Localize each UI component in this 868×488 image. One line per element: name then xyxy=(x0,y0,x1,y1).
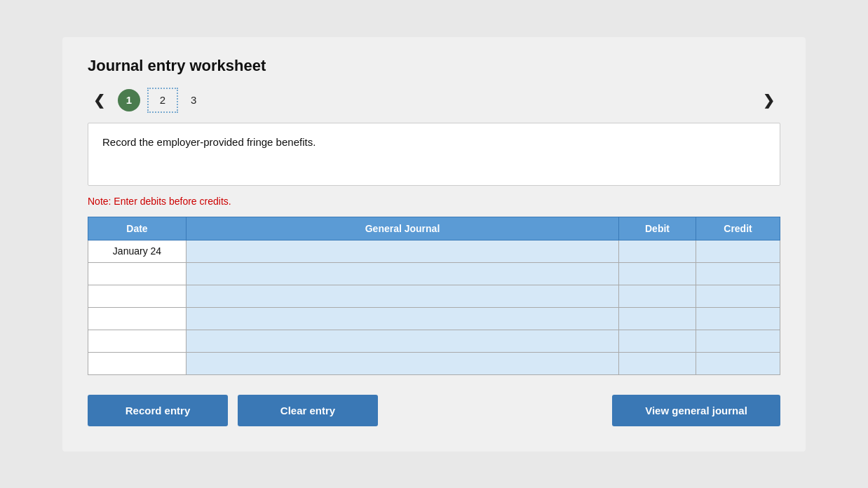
table-row-credit-5[interactable] xyxy=(696,352,780,374)
navigation-row: ❮ 1 2 3 ❯ xyxy=(88,88,780,113)
table-row-credit-0[interactable] xyxy=(696,240,780,262)
header-debit: Debit xyxy=(619,217,696,240)
credit-input-3[interactable] xyxy=(696,308,780,330)
journal-input-3[interactable] xyxy=(187,308,618,330)
table-row-date-2 xyxy=(88,285,187,307)
table-row-date-4 xyxy=(88,330,187,352)
journal-input-4[interactable] xyxy=(187,330,618,352)
step-1-badge[interactable]: 1 xyxy=(118,89,140,111)
clear-entry-button[interactable]: Clear entry xyxy=(238,395,378,426)
table-row-journal-3[interactable] xyxy=(187,307,619,330)
table-row-debit-4[interactable] xyxy=(619,330,696,352)
journal-table: Date General Journal Debit Credit Januar… xyxy=(88,217,780,375)
journal-input-0[interactable] xyxy=(187,240,618,262)
table-row-journal-2[interactable] xyxy=(187,285,619,307)
table-row-credit-4[interactable] xyxy=(696,330,780,352)
credit-input-2[interactable] xyxy=(696,285,780,307)
table-row-date-5 xyxy=(88,352,187,374)
journal-input-1[interactable] xyxy=(187,263,618,285)
journal-input-2[interactable] xyxy=(187,285,618,307)
table-row-debit-3[interactable] xyxy=(619,307,696,330)
table-row-date-1 xyxy=(88,262,187,285)
header-credit: Credit xyxy=(696,217,780,240)
debit-input-5[interactable] xyxy=(619,353,696,374)
credit-input-4[interactable] xyxy=(696,330,780,352)
prev-arrow-button[interactable]: ❮ xyxy=(88,90,111,110)
record-entry-button[interactable]: Record entry xyxy=(88,395,228,426)
table-row-debit-5[interactable] xyxy=(619,352,696,374)
table-row-journal-0[interactable] xyxy=(187,240,619,262)
next-arrow-button[interactable]: ❯ xyxy=(757,90,780,110)
table-row-journal-5[interactable] xyxy=(187,352,619,374)
debit-input-0[interactable] xyxy=(619,240,696,262)
table-row-journal-4[interactable] xyxy=(187,330,619,352)
table-row-journal-1[interactable] xyxy=(187,262,619,285)
step-3-label: 3 xyxy=(185,91,202,109)
debit-input-2[interactable] xyxy=(619,285,696,307)
journal-input-5[interactable] xyxy=(187,353,618,374)
credit-input-1[interactable] xyxy=(696,263,780,285)
debit-input-3[interactable] xyxy=(619,308,696,330)
header-general-journal: General Journal xyxy=(187,217,619,240)
view-general-journal-button[interactable]: View general journal xyxy=(612,395,780,426)
table-row-date-3 xyxy=(88,307,187,330)
credit-input-0[interactable] xyxy=(696,240,780,262)
main-container: Journal entry worksheet ❮ 1 2 3 ❯ Record… xyxy=(62,37,806,452)
debit-input-4[interactable] xyxy=(619,330,696,352)
instruction-box: Record the employer-provided fringe bene… xyxy=(88,123,780,186)
table-row-debit-1[interactable] xyxy=(619,262,696,285)
table-row-date-0: January 24 xyxy=(88,240,187,262)
table-row-credit-1[interactable] xyxy=(696,262,780,285)
credit-input-5[interactable] xyxy=(696,353,780,374)
note-text: Note: Enter debits before credits. xyxy=(88,196,780,207)
step-2-box[interactable]: 2 xyxy=(147,88,178,113)
table-row-debit-2[interactable] xyxy=(619,285,696,307)
button-row: Record entry Clear entry View general jo… xyxy=(88,395,780,426)
table-row-debit-0[interactable] xyxy=(619,240,696,262)
header-date: Date xyxy=(88,217,187,240)
table-row-credit-3[interactable] xyxy=(696,307,780,330)
debit-input-1[interactable] xyxy=(619,263,696,285)
table-row-credit-2[interactable] xyxy=(696,285,780,307)
page-title: Journal entry worksheet xyxy=(88,57,780,75)
instruction-text: Record the employer-provided fringe bene… xyxy=(102,136,766,148)
